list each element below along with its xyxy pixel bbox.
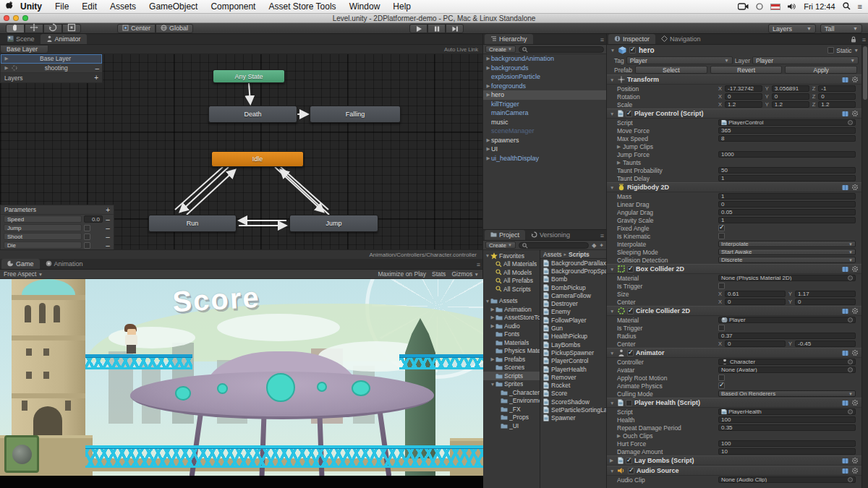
layout-dropdown[interactable]: Tall▼ (820, 24, 862, 33)
project-tree-props[interactable]: _Props (483, 414, 540, 422)
hierarchy-item-foregrounds[interactable]: ▶foregrounds (483, 82, 606, 91)
object-picker-icon[interactable] (848, 120, 853, 125)
axis-field[interactable]: -17.32742 (725, 85, 762, 93)
state-node-idle[interactable]: Idle (211, 151, 304, 167)
component-enabled-checkbox[interactable] (626, 400, 632, 406)
object-reference-field[interactable]: None (Physics Material 2D) (718, 275, 856, 282)
parameter-value-field[interactable]: 0.0 (84, 215, 103, 223)
axis-field[interactable]: 1.2 (725, 101, 762, 108)
project-file-enemy[interactable]: Enemy (540, 308, 606, 316)
animator-layer-shooting[interactable]: ▶shooting– (1, 64, 102, 73)
tab-scene[interactable]: Scene (1, 34, 41, 44)
component-header-transform[interactable]: ▼Transform (607, 74, 861, 85)
object-reference-field[interactable]: PlayerControl (718, 119, 856, 127)
hierarchy-item-killtrigger[interactable]: killTrigger (483, 100, 606, 109)
prefab-select-button[interactable]: Select (635, 66, 707, 74)
hierarchy-item-music[interactable]: music (483, 118, 606, 127)
project-tree-scripts[interactable]: Scripts (483, 372, 540, 380)
parameter-checkbox[interactable] (84, 242, 90, 249)
project-tree-all-models[interactable]: All Models (483, 268, 540, 277)
project-tree-assetstoretools[interactable]: ▶AssetStoreTools (483, 314, 540, 322)
breadcrumb-scripts[interactable]: Scripts (569, 251, 590, 258)
tab-game[interactable]: Game (1, 259, 40, 269)
keyboard-layout-flag-icon[interactable] (770, 4, 780, 10)
state-node-death[interactable]: Death (208, 106, 297, 123)
project-file-destroyer[interactable]: Destroyer (540, 299, 606, 307)
search-input[interactable] (519, 242, 589, 249)
project-file-gun[interactable]: Gun (540, 324, 606, 332)
auto-live-link-button[interactable]: Auto Live Link (444, 46, 478, 53)
menu-help[interactable]: Help (393, 1, 411, 12)
component-header-audio-source[interactable]: ▼Audio Source (607, 466, 861, 476)
state-node-any-state[interactable]: Any State (213, 69, 285, 83)
component-header-lay-bombs-script[interactable]: ▶Lay Bombs (Script) (607, 455, 861, 466)
value-field[interactable]: 100 (718, 440, 856, 448)
space-toggle-button[interactable]: Global (156, 24, 193, 33)
axis-field[interactable]: -0.45 (795, 341, 856, 348)
spotlight-search-icon[interactable] (843, 0, 851, 13)
panel-menu-icon[interactable]: ≡ (600, 232, 604, 239)
object-reference-field[interactable]: None (Audio Clip) (718, 476, 856, 484)
menubar-clock[interactable]: Fri 12:44 (804, 2, 835, 11)
value-field[interactable]: 8 (718, 135, 856, 142)
project-file-laybombs[interactable]: LayBombs (540, 341, 606, 348)
breadcrumb[interactable]: Base Layer (0, 45, 48, 53)
project-tree-all-materials[interactable]: All Materials (483, 260, 540, 269)
tab-hierarchy[interactable]: Hierarchy (485, 34, 533, 44)
panel-menu-icon[interactable]: ≡ (477, 261, 480, 268)
hierarchy-item-ui[interactable]: ▶UI (483, 145, 606, 154)
project-file-spawner[interactable]: Spawner (540, 414, 606, 422)
static-toggle[interactable]: Static▼ (827, 47, 859, 54)
remove-parameter-button[interactable]: – (105, 224, 111, 232)
project-tree-assets[interactable]: ▼Assets (483, 297, 540, 306)
component-header-player-health-script[interactable]: ▼Player Health (Script) (607, 398, 861, 408)
project-tree-all-scripts[interactable]: All Scripts (483, 285, 540, 294)
property-checkbox[interactable] (718, 233, 725, 239)
project-tree-favorites[interactable]: ▼Favorites (483, 252, 540, 260)
tab-inspector[interactable]: Inspector (608, 34, 655, 44)
breadcrumb-assets[interactable]: Assets (543, 251, 562, 258)
hierarchy-item-backgrounds[interactable]: ▶backgrounds (483, 64, 606, 73)
layers-dropdown[interactable]: Layers▼ (768, 24, 816, 33)
axis-field[interactable]: 0.61 (725, 291, 786, 298)
axis-field[interactable]: 0 (725, 93, 762, 100)
value-field[interactable]: 0.37 (718, 333, 856, 340)
component-enabled-checkbox[interactable] (627, 266, 634, 273)
project-file-setparticlesortinglayer[interactable]: SetParticleSortingLayer (540, 406, 606, 414)
component-header-rigidbody-2d[interactable]: ▼Rigidbody 2D (607, 182, 861, 192)
object-picker-icon[interactable] (848, 317, 853, 322)
value-field[interactable]: 10 (718, 448, 856, 455)
object-picker-icon[interactable] (848, 359, 853, 364)
animator-layer-base-layer[interactable]: ▶Base Layer (1, 54, 102, 64)
parameter-name-field[interactable]: Die (4, 241, 82, 249)
project-tree-ui[interactable]: _UI (483, 421, 540, 430)
rotate-tool-button[interactable] (43, 24, 62, 33)
parameter-name-field[interactable]: Shoot (4, 233, 82, 240)
project-file-camerafollow[interactable]: CameraFollow (540, 291, 606, 299)
volume-icon[interactable] (788, 0, 796, 13)
component-enabled-checkbox[interactable] (627, 350, 634, 356)
component-enabled-checkbox[interactable] (626, 458, 632, 464)
object-reference-field[interactable]: PlayerHealth (718, 408, 856, 416)
object-reference-field[interactable]: Player (718, 317, 856, 324)
stats-button[interactable]: Stats (432, 270, 446, 278)
hierarchy-item-maincamera[interactable]: mainCamera (483, 108, 606, 118)
menu-gameobject[interactable]: GameObject (149, 1, 197, 12)
property-checkbox[interactable] (718, 225, 725, 231)
axis-field[interactable]: 1.17 (795, 291, 856, 298)
project-tree-environment[interactable]: _Environment (483, 397, 540, 406)
state-node-falling[interactable]: Falling (310, 106, 401, 123)
project-file-backgroundparallax[interactable]: BackgroundParallax (540, 259, 606, 267)
apple-menu-icon[interactable] (6, 0, 14, 13)
remove-parameter-button[interactable]: – (105, 241, 111, 249)
property-checkbox[interactable] (718, 382, 725, 389)
property-dropdown[interactable]: Based On Renderers▼ (718, 390, 856, 398)
tab-versioning[interactable]: Versioning (525, 230, 576, 240)
parameter-checkbox[interactable] (84, 234, 90, 240)
step-button[interactable] (446, 24, 464, 33)
active-checkbox[interactable] (629, 47, 636, 53)
move-tool-button[interactable] (25, 24, 43, 33)
property-dropdown[interactable]: Interpolate▼ (718, 241, 856, 248)
create-button[interactable]: Create▼ (485, 46, 516, 53)
gameobject-name[interactable]: hero (639, 46, 825, 54)
